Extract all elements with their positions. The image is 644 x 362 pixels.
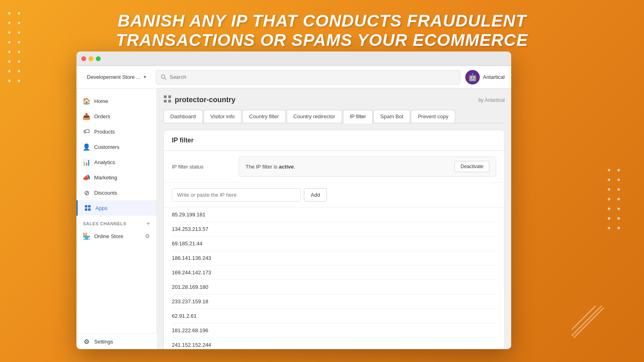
traffic-light-yellow <box>89 56 93 61</box>
sidebar-item-label-products: Products <box>94 129 115 135</box>
svg-line-1 <box>572 306 602 336</box>
decorative-dots-right <box>608 169 620 229</box>
apps-icon <box>84 204 91 212</box>
list-item: 186.141.136.243 <box>172 251 496 265</box>
hero-line1: Banish any IP that conducts fraudulent <box>118 11 526 30</box>
tab-dashboard[interactable]: Dashboard <box>163 110 203 123</box>
online-store-label: Online Store <box>94 233 123 239</box>
svg-rect-10 <box>168 95 171 98</box>
store-dropdown-arrow: ▼ <box>143 75 147 79</box>
status-text: The IP filter is active. <box>246 164 295 170</box>
tab-country-redirector[interactable]: Country redirector <box>287 110 342 123</box>
user-section: 🤖 Antartical <box>465 70 505 84</box>
sidebar-item-apps[interactable]: Apps <box>76 200 157 216</box>
traffic-light-green <box>96 56 101 61</box>
app-grid-icon <box>163 95 171 105</box>
svg-line-4 <box>165 78 166 79</box>
search-input[interactable] <box>169 74 455 80</box>
settings-label: Settings <box>94 339 113 345</box>
app-window: Developement Store ... ▼ 🤖 Antartical 🏠 … <box>76 51 511 349</box>
list-item: 62.91.2.61 <box>172 309 496 323</box>
settings-icon: ⚙ <box>83 338 90 345</box>
store-name: Developement Store ... <box>87 74 140 80</box>
store-selector[interactable]: Developement Store ... ▼ <box>83 72 151 82</box>
sidebar: 🏠 Home 📥 Orders 🏷 Products 👤 Customers 📊… <box>76 88 157 349</box>
ip-input[interactable] <box>172 188 301 202</box>
sidebar-item-analytics[interactable]: 📊 Analytics <box>76 154 157 170</box>
sidebar-item-label-marketing: Marketing <box>94 175 117 181</box>
tab-ip-filter[interactable]: IP filter <box>343 110 373 123</box>
sidebar-item-orders[interactable]: 📥 Orders <box>76 109 157 124</box>
sidebar-item-discounts[interactable]: ⊘ Discounts <box>76 185 157 200</box>
sidebar-item-marketing[interactable]: 📣 Marketing <box>76 170 157 185</box>
list-item: 181.222.68.196 <box>172 323 496 338</box>
card-header: IP filter <box>164 130 504 151</box>
tab-country-filter[interactable]: Country filter <box>242 110 286 123</box>
top-nav: Developement Store ... ▼ 🤖 Antartical <box>76 66 511 88</box>
list-item: 241.152.152.244 <box>172 338 496 349</box>
main-content: protector-country by Antartical Dashboar… <box>157 88 511 349</box>
sidebar-item-online-store[interactable]: 🏪 Online Store ⚙ <box>76 228 157 244</box>
status-box: The IP filter is active. Deactivate <box>239 156 496 177</box>
add-sales-channel-button[interactable]: + <box>147 220 150 227</box>
search-icon <box>161 74 167 80</box>
analytics-icon: 📊 <box>83 158 90 166</box>
orders-icon: 📥 <box>83 113 90 120</box>
svg-rect-6 <box>88 205 91 208</box>
sidebar-item-products[interactable]: 🏷 Products <box>76 124 157 139</box>
hero-line2: transactions or spams your ecommerce <box>116 31 528 49</box>
app-title: protector-country <box>175 96 235 104</box>
sidebar-item-settings[interactable]: ⚙ Settings <box>76 334 157 349</box>
list-item: 69.185.21.44 <box>172 237 496 251</box>
svg-rect-9 <box>164 95 167 98</box>
marketing-icon: 📣 <box>83 174 90 181</box>
list-item: 201.28.169.180 <box>172 280 496 294</box>
svg-line-0 <box>572 306 596 330</box>
home-icon: 🏠 <box>83 97 90 105</box>
app-header: protector-country by Antartical <box>163 95 505 105</box>
decorative-diagonal-lines <box>572 306 604 338</box>
sales-channels-label: SALES CHANNELS <box>83 221 126 226</box>
svg-rect-12 <box>168 100 171 103</box>
list-item: 134.253.213.57 <box>172 222 496 237</box>
ip-input-row: Add <box>164 183 504 208</box>
svg-rect-7 <box>85 208 87 211</box>
card-title: IP filter <box>172 137 194 144</box>
app-title-row: protector-country <box>163 95 235 105</box>
hero-section: Banish any IP that conducts fraudulent t… <box>0 0 644 50</box>
discounts-icon: ⊘ <box>83 189 90 196</box>
sidebar-item-label-apps: Apps <box>95 205 107 211</box>
tab-prevent-copy[interactable]: Prevent copy <box>411 110 455 123</box>
ip-filter-card: IP filter IP filter status The IP filter… <box>163 130 505 349</box>
svg-rect-5 <box>85 205 87 208</box>
online-store-icon: 🏪 <box>83 232 90 240</box>
avatar: 🤖 <box>465 70 480 84</box>
search-bar[interactable] <box>156 70 460 84</box>
sidebar-item-label-customers: Customers <box>94 144 120 150</box>
decorative-dots-left <box>8 12 20 82</box>
traffic-light-red <box>81 56 86 61</box>
customers-icon: 👤 <box>83 143 90 150</box>
by-label: by Antartical <box>479 97 505 103</box>
sidebar-bottom: ⚙ Settings <box>76 333 157 349</box>
sidebar-item-label-analytics: Analytics <box>94 159 115 165</box>
svg-rect-11 <box>164 100 167 103</box>
online-store-left: 🏪 Online Store <box>83 232 123 240</box>
list-item: 85.29.199.181 <box>172 208 496 222</box>
svg-rect-8 <box>88 208 91 211</box>
add-ip-button[interactable]: Add <box>304 188 327 202</box>
tab-spam-bot[interactable]: Spam Bot <box>374 110 410 123</box>
status-label: IP filter status <box>172 164 232 170</box>
tab-visitor-info[interactable]: Visitor info <box>204 110 242 123</box>
tabs: Dashboard Visitor info Country filter Co… <box>163 110 505 123</box>
ip-list: 85.29.199.181 134.253.213.57 69.185.21.4… <box>164 208 504 349</box>
sidebar-item-home[interactable]: 🏠 Home <box>76 93 157 109</box>
sidebar-item-label-home: Home <box>94 98 108 104</box>
sales-channels-section: SALES CHANNELS + <box>76 216 157 228</box>
deactivate-button[interactable]: Deactivate <box>454 161 489 172</box>
list-item: 233.237.159.18 <box>172 294 496 309</box>
user-name: Antartical <box>483 74 505 80</box>
sidebar-item-label-discounts: Discounts <box>94 190 117 196</box>
sidebar-item-customers[interactable]: 👤 Customers <box>76 139 157 154</box>
title-bar <box>76 51 511 66</box>
